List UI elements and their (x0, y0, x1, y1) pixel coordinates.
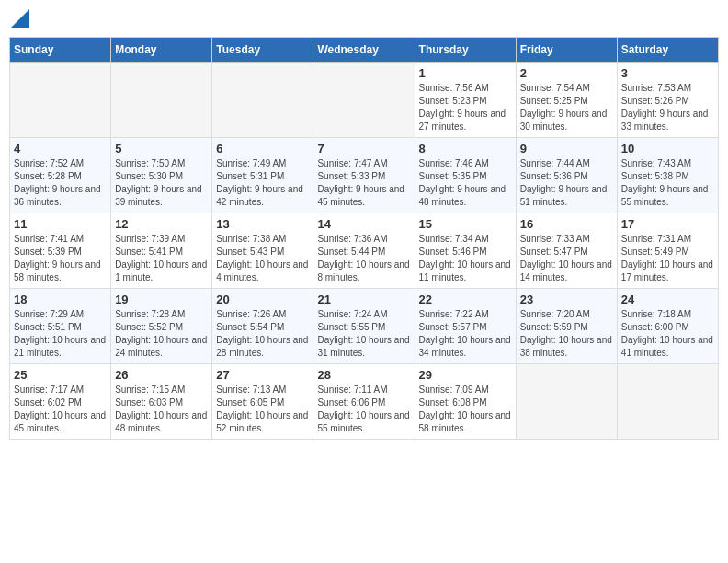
day-info: Sunrise: 7:38 AMSunset: 5:43 PMDaylight:… (216, 233, 309, 284)
day-number: 2 (520, 66, 613, 80)
day-info: Sunrise: 7:29 AMSunset: 5:51 PMDaylight:… (14, 308, 107, 360)
day-info: Sunrise: 7:09 AMSunset: 6:08 PMDaylight:… (419, 384, 512, 435)
calendar-header-cell: Wednesday (313, 38, 415, 63)
day-number: 7 (317, 142, 410, 155)
calendar-week-row: 4Sunrise: 7:52 AMSunset: 5:28 PMDaylight… (10, 138, 719, 213)
calendar-cell: 22Sunrise: 7:22 AMSunset: 5:57 PMDayligh… (415, 289, 516, 364)
day-number: 28 (317, 368, 410, 382)
day-info: Sunrise: 7:20 AMSunset: 5:59 PMDaylight:… (520, 308, 613, 360)
day-info: Sunrise: 7:46 AMSunset: 5:35 PMDaylight:… (419, 157, 512, 209)
calendar-cell: 13Sunrise: 7:38 AMSunset: 5:43 PMDayligh… (212, 213, 313, 289)
day-info: Sunrise: 7:41 AMSunset: 5:39 PMDaylight:… (14, 233, 107, 284)
logo-icon (11, 9, 29, 28)
day-number: 19 (115, 293, 208, 306)
day-number: 17 (621, 217, 714, 231)
calendar-header-cell: Friday (516, 38, 617, 63)
calendar-cell (617, 364, 718, 440)
calendar-cell (313, 63, 415, 138)
calendar-cell: 26Sunrise: 7:15 AMSunset: 6:03 PMDayligh… (111, 364, 212, 440)
day-info: Sunrise: 7:17 AMSunset: 6:02 PMDaylight:… (14, 384, 107, 435)
calendar-cell: 18Sunrise: 7:29 AMSunset: 5:51 PMDayligh… (10, 289, 111, 364)
calendar-week-row: 1Sunrise: 7:56 AMSunset: 5:23 PMDaylight… (10, 63, 719, 138)
calendar-cell: 19Sunrise: 7:28 AMSunset: 5:52 PMDayligh… (111, 289, 212, 364)
day-number: 11 (14, 217, 107, 231)
calendar-week-row: 18Sunrise: 7:29 AMSunset: 5:51 PMDayligh… (10, 289, 719, 364)
calendar-header-cell: Sunday (10, 38, 111, 63)
day-info: Sunrise: 7:31 AMSunset: 5:49 PMDaylight:… (621, 233, 714, 284)
day-number: 13 (216, 217, 309, 231)
day-number: 14 (317, 217, 410, 231)
day-info: Sunrise: 7:24 AMSunset: 5:55 PMDaylight:… (317, 308, 410, 360)
day-info: Sunrise: 7:33 AMSunset: 5:47 PMDaylight:… (520, 233, 613, 284)
calendar-week-row: 25Sunrise: 7:17 AMSunset: 6:02 PMDayligh… (10, 364, 719, 440)
day-number: 5 (115, 142, 208, 155)
day-info: Sunrise: 7:49 AMSunset: 5:31 PMDaylight:… (216, 157, 309, 209)
day-info: Sunrise: 7:43 AMSunset: 5:38 PMDaylight:… (621, 157, 714, 209)
day-info: Sunrise: 7:18 AMSunset: 6:00 PMDaylight:… (621, 308, 714, 360)
day-number: 6 (216, 142, 309, 155)
calendar-cell: 14Sunrise: 7:36 AMSunset: 5:44 PMDayligh… (313, 213, 415, 289)
day-number: 8 (419, 142, 512, 155)
calendar-cell: 9Sunrise: 7:44 AMSunset: 5:36 PMDaylight… (516, 138, 617, 213)
calendar-header-row: SundayMondayTuesdayWednesdayThursdayFrid… (10, 38, 719, 63)
calendar-cell: 23Sunrise: 7:20 AMSunset: 5:59 PMDayligh… (516, 289, 617, 364)
day-number: 29 (419, 368, 512, 382)
calendar-header-cell: Monday (111, 38, 212, 63)
logo (9, 9, 29, 28)
calendar-table: SundayMondayTuesdayWednesdayThursdayFrid… (9, 37, 719, 440)
day-info: Sunrise: 7:53 AMSunset: 5:26 PMDaylight:… (621, 82, 714, 133)
calendar-cell (212, 63, 313, 138)
calendar-cell: 17Sunrise: 7:31 AMSunset: 5:49 PMDayligh… (617, 213, 718, 289)
day-info: Sunrise: 7:26 AMSunset: 5:54 PMDaylight:… (216, 308, 309, 360)
day-number: 10 (621, 142, 714, 155)
day-number: 15 (419, 217, 512, 231)
day-number: 18 (14, 293, 107, 306)
day-number: 27 (216, 368, 309, 382)
day-number: 1 (419, 66, 512, 80)
calendar-cell: 4Sunrise: 7:52 AMSunset: 5:28 PMDaylight… (10, 138, 111, 213)
calendar-cell: 21Sunrise: 7:24 AMSunset: 5:55 PMDayligh… (313, 289, 415, 364)
calendar-cell: 20Sunrise: 7:26 AMSunset: 5:54 PMDayligh… (212, 289, 313, 364)
calendar-header-cell: Tuesday (212, 38, 313, 63)
day-number: 23 (520, 293, 613, 306)
day-info: Sunrise: 7:39 AMSunset: 5:41 PMDaylight:… (115, 233, 208, 284)
day-number: 24 (621, 293, 714, 306)
day-number: 3 (621, 66, 714, 80)
calendar-cell: 12Sunrise: 7:39 AMSunset: 5:41 PMDayligh… (111, 213, 212, 289)
day-number: 25 (14, 368, 107, 382)
calendar-cell: 28Sunrise: 7:11 AMSunset: 6:06 PMDayligh… (313, 364, 415, 440)
day-info: Sunrise: 7:36 AMSunset: 5:44 PMDaylight:… (317, 233, 410, 284)
day-info: Sunrise: 7:52 AMSunset: 5:28 PMDaylight:… (14, 157, 107, 209)
calendar-cell: 3Sunrise: 7:53 AMSunset: 5:26 PMDaylight… (617, 63, 718, 138)
day-number: 26 (115, 368, 208, 382)
day-info: Sunrise: 7:56 AMSunset: 5:23 PMDaylight:… (419, 82, 512, 133)
calendar-cell (10, 63, 111, 138)
day-info: Sunrise: 7:54 AMSunset: 5:25 PMDaylight:… (520, 82, 613, 133)
calendar-cell: 6Sunrise: 7:49 AMSunset: 5:31 PMDaylight… (212, 138, 313, 213)
calendar-cell: 10Sunrise: 7:43 AMSunset: 5:38 PMDayligh… (617, 138, 718, 213)
day-info: Sunrise: 7:34 AMSunset: 5:46 PMDaylight:… (419, 233, 512, 284)
day-info: Sunrise: 7:47 AMSunset: 5:33 PMDaylight:… (317, 157, 410, 209)
calendar-cell: 25Sunrise: 7:17 AMSunset: 6:02 PMDayligh… (10, 364, 111, 440)
calendar-cell (516, 364, 617, 440)
calendar-header-cell: Thursday (415, 38, 516, 63)
calendar-cell: 7Sunrise: 7:47 AMSunset: 5:33 PMDaylight… (313, 138, 415, 213)
calendar-body: 1Sunrise: 7:56 AMSunset: 5:23 PMDaylight… (10, 63, 719, 440)
page-header (9, 9, 719, 28)
calendar-cell: 29Sunrise: 7:09 AMSunset: 6:08 PMDayligh… (415, 364, 516, 440)
calendar-cell: 8Sunrise: 7:46 AMSunset: 5:35 PMDaylight… (415, 138, 516, 213)
calendar-week-row: 11Sunrise: 7:41 AMSunset: 5:39 PMDayligh… (10, 213, 719, 289)
calendar-cell: 24Sunrise: 7:18 AMSunset: 6:00 PMDayligh… (617, 289, 718, 364)
day-number: 20 (216, 293, 309, 306)
calendar-cell: 5Sunrise: 7:50 AMSunset: 5:30 PMDaylight… (111, 138, 212, 213)
day-info: Sunrise: 7:13 AMSunset: 6:05 PMDaylight:… (216, 384, 309, 435)
day-info: Sunrise: 7:28 AMSunset: 5:52 PMDaylight:… (115, 308, 208, 360)
day-number: 12 (115, 217, 208, 231)
calendar-header: SundayMondayTuesdayWednesdayThursdayFrid… (10, 38, 719, 63)
day-number: 16 (520, 217, 613, 231)
day-number: 4 (14, 142, 107, 155)
day-number: 22 (419, 293, 512, 306)
day-info: Sunrise: 7:44 AMSunset: 5:36 PMDaylight:… (520, 157, 613, 209)
calendar-cell: 2Sunrise: 7:54 AMSunset: 5:25 PMDaylight… (516, 63, 617, 138)
svg-marker-0 (11, 9, 29, 28)
